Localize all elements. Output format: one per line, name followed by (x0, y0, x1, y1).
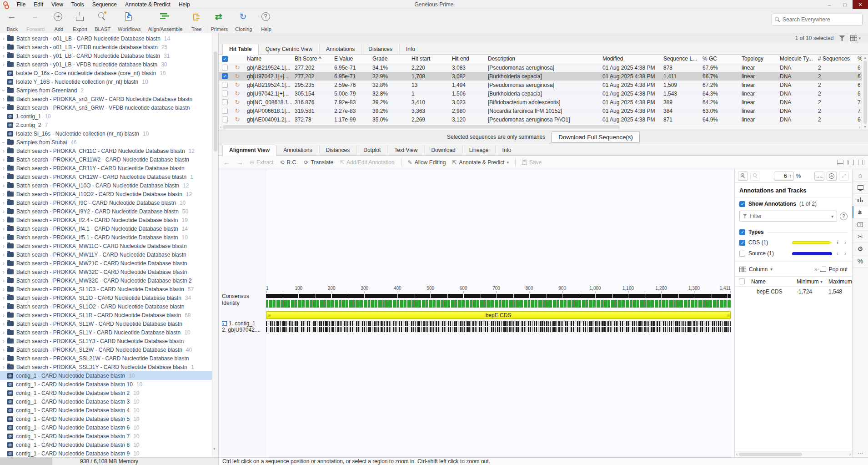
scroll-right-icon[interactable]: › (849, 452, 851, 457)
sidebar-item[interactable]: contig_1 - CARD Nucleotide Database blas… (0, 380, 212, 389)
tree-chevron-icon[interactable] (0, 157, 7, 163)
menu-item[interactable]: File (13, 0, 30, 9)
tab[interactable]: Query Centric View (259, 44, 319, 55)
scroll-down-icon[interactable]: ▾ (864, 125, 866, 129)
tab[interactable]: Info (495, 145, 518, 156)
sidebar-item[interactable]: Batch search - PROKKA_CR11W2 - CARD Nucl… (0, 155, 212, 164)
sidebar-item[interactable]: Batch search - PROKKA_SL1R - CARD Nucleo… (0, 311, 212, 319)
maximize-button[interactable]: □ (837, 0, 853, 9)
menu-item[interactable]: View (47, 0, 67, 9)
general-tab-icon[interactable]: ⌂ (853, 169, 868, 182)
annotation-row[interactable]: bepE CDS -1,724 1,548 (735, 286, 852, 296)
annotations-tab-icon[interactable] (853, 206, 868, 218)
sidebar-item[interactable]: Batch search - PROKKA_I10O - CARD Nucleo… (0, 181, 212, 190)
table-row[interactable]: ↻ gb|AE004091.2|... 372.78 1.17e-99 35.0… (219, 115, 862, 124)
columns-menu[interactable]: ▾ (850, 35, 861, 41)
tree-chevron-icon[interactable] (0, 44, 7, 51)
annotation-min-header[interactable]: Minimum ▾ (794, 278, 826, 285)
tree-chevron-icon[interactable] (0, 286, 7, 293)
tab[interactable]: Distances (319, 145, 357, 156)
tree-chevron-icon[interactable] (0, 191, 7, 197)
annotation-filter[interactable]: ▾ (739, 211, 837, 222)
toolbar-button[interactable]: Cloning (231, 9, 256, 33)
sidebar-item[interactable]: Batch search - PROKKA_SL1C3 - CARD Nucle… (0, 285, 212, 293)
sidebar-item[interactable]: Batch search - PROKKA_SL1O - CARD Nucleo… (0, 293, 212, 302)
minimize-button[interactable]: – (822, 0, 837, 9)
allow-editing-button[interactable]: ✎ Allow Editing (408, 159, 446, 166)
sidebar-item[interactable]: contig_1 - CARD Nucleotide Database blas… (0, 406, 212, 414)
filter-input[interactable] (750, 213, 828, 219)
hit-table-hscrollbar[interactable]: ‹ › (219, 124, 862, 130)
scrollbar-thumb[interactable] (214, 51, 217, 152)
display-tab-icon[interactable] (853, 182, 868, 194)
toolbar-button[interactable]: Help (256, 9, 277, 33)
download-full-sequences-button[interactable]: Download Full Sequence(s) (552, 131, 640, 143)
tree-chevron-icon[interactable] (0, 35, 7, 42)
column-header[interactable]: Topology (739, 56, 777, 62)
tree-chevron-icon[interactable] (0, 96, 7, 102)
sidebar-item[interactable]: Batch search - PROKKA_If2.4 - CARD Nucle… (0, 216, 212, 224)
sidebar-item[interactable]: Batch search - PROKKA_CR11Y - CARD Nucle… (0, 164, 212, 172)
zoom-in-button[interactable]: + (738, 172, 748, 181)
tab[interactable]: Dotplot (356, 145, 387, 156)
annotation-name-header[interactable]: Name (748, 278, 794, 285)
tree-chevron-icon[interactable] (0, 364, 7, 370)
translate-button[interactable]: ⟳ Translate (304, 159, 333, 166)
zoom-level-input[interactable] (774, 173, 787, 179)
toolbar-button[interactable]: Workflows (114, 9, 145, 33)
tree-chevron-icon[interactable] (0, 105, 7, 111)
sidebar-item[interactable]: Batch search - y01_LB - CARD Nucleotide … (0, 51, 212, 60)
tree-chevron-icon[interactable] (0, 260, 7, 267)
sidebar-item[interactable]: 2.contig_2 7 (0, 121, 212, 129)
scroll-up-icon[interactable]: ▴ (864, 56, 866, 60)
column-header[interactable]: Name (244, 56, 292, 62)
sidebar-item[interactable]: Batch search - PROKKA_I10O2 - CARD Nucle… (0, 190, 212, 198)
annotation-select-all-checkbox[interactable] (739, 278, 745, 284)
sidebar-scrollbar[interactable]: ▾ (212, 33, 218, 457)
row-checkbox[interactable] (222, 65, 228, 71)
sidebar-item[interactable]: 1.contig_1 10 (0, 112, 212, 121)
sidebar-item[interactable]: Batch search - o01_LB - CARD Nucleotide … (0, 34, 212, 43)
tree-chevron-icon[interactable] (0, 269, 7, 275)
column-header[interactable]: Sequence L... (661, 56, 700, 62)
sidebar-item[interactable]: Batch search - PROKKA_SL1W - CARD Nucleo… (0, 319, 212, 328)
table-row[interactable]: ↻ gb|NC_008618.1... 316.876 7.92e-83 39.… (219, 98, 862, 106)
scroll-right-icon[interactable]: › (859, 125, 860, 130)
sidebar-item[interactable]: contig_1 - CARD Nucleotide Database blas… (0, 440, 212, 449)
annotation-max-header[interactable]: Maximum (826, 278, 853, 285)
tab[interactable]: Annotations (276, 145, 319, 156)
back-icon[interactable]: ← (223, 158, 230, 166)
sidebar-item[interactable]: contig_1 - CARD Nucleotide Database blas… (0, 414, 212, 423)
close-button[interactable]: ✕ (853, 0, 868, 9)
annotate-predict-button[interactable]: ⇱ Annotate & Predict ▾ (452, 159, 509, 166)
sidebar-item[interactable]: Batch search - PROKKA_MW11C - CARD Nucle… (0, 242, 212, 250)
overflow-menu-icon[interactable]: ⋯ (853, 450, 868, 456)
tree-chevron-icon[interactable] (0, 321, 7, 327)
column-header[interactable]: % (855, 56, 862, 62)
split-view-icon[interactable] (858, 160, 864, 165)
scrollbar-thumb[interactable] (863, 61, 867, 124)
toolbar-button[interactable]: BLAST (91, 9, 114, 33)
row-checkbox[interactable] (222, 91, 228, 96)
sidebar-item[interactable]: Batch search - PROKKA_sn3_GRW - VFDB nuc… (0, 103, 212, 112)
sidebar-item[interactable]: Batch search - PROKKA_SL2W - CARD Nucleo… (0, 345, 212, 354)
scroll-left-icon[interactable]: ‹ (736, 452, 738, 457)
select-all-checkbox[interactable] (222, 56, 228, 62)
sidebar-item[interactable]: Batch search - PROKKA_MW11Y - CARD Nucle… (0, 250, 212, 259)
column-header[interactable]: Description (485, 56, 600, 62)
sidebar-item[interactable]: Batch search - PROKKA_I9Y2 - CARD Nucleo… (0, 207, 212, 216)
tree-chevron-icon[interactable] (0, 165, 7, 172)
reverse-complement-button[interactable]: ⟲ R.C. (280, 159, 297, 166)
sidebar-item[interactable]: Batch search - PROKKA_SL1Y3 - CARD Nucle… (0, 337, 212, 345)
sequence-2-track[interactable] (266, 327, 731, 332)
scroll-left-icon[interactable]: ‹ (220, 125, 221, 130)
sidebar-item[interactable]: Batch search - PROKKA_SL1O2 - CARD Nucle… (0, 302, 212, 311)
tab[interactable]: Download (424, 145, 462, 156)
scissors-tab-icon[interactable]: ✂ (853, 231, 868, 243)
tab[interactable]: Text View (387, 145, 424, 156)
sidebar-item[interactable]: Batch search - y01_LB - VFDB nucleotide … (0, 60, 212, 69)
add-edit-annotation-button[interactable]: ⇱ Add/Edit Annotation (340, 159, 394, 166)
sidebar-item[interactable]: contig_1 - CARD Nucleotide Database blas… (0, 423, 212, 432)
consensus-track[interactable] (266, 294, 731, 298)
column-menu[interactable]: Column (749, 266, 768, 273)
